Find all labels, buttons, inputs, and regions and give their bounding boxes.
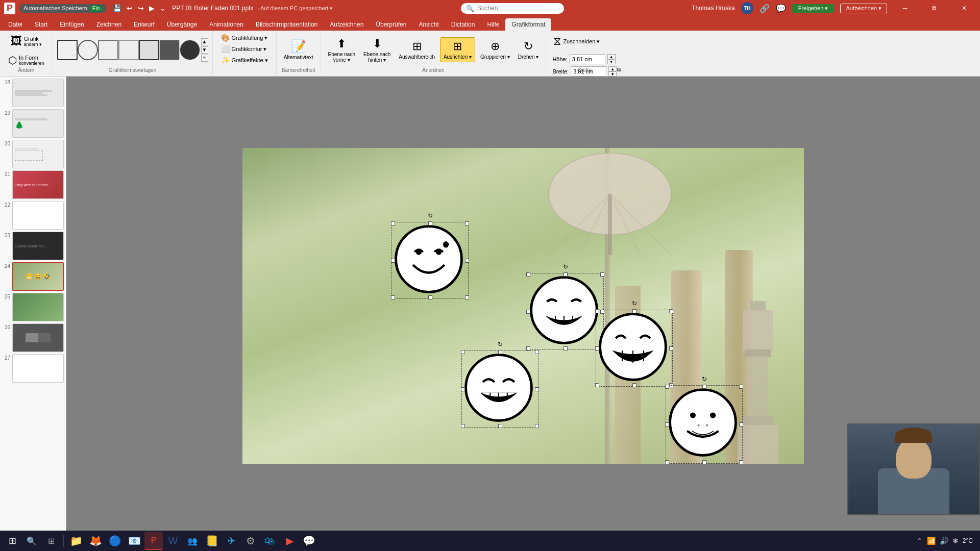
canvas-area[interactable]: ↻	[66, 77, 980, 536]
store-btn[interactable]: 🛍	[261, 532, 279, 550]
handle-tm-1[interactable]	[428, 221, 432, 226]
tab-start[interactable]: Start	[29, 18, 54, 31]
handle-br-1[interactable]	[465, 295, 469, 299]
shape-style-7[interactable]	[180, 40, 200, 60]
grafikfuellung-btn[interactable]: 🎨 Grafikfüllung ▾	[217, 33, 272, 43]
minimize-btn[interactable]: ─	[893, 0, 917, 16]
ebene-vorne-btn[interactable]: ⬆ Ebene nachvorne ▾	[325, 35, 358, 65]
slide-thumb-26[interactable]: 26	[2, 323, 64, 352]
settings-btn[interactable]: ⚙	[241, 532, 260, 550]
grafik-aendern-btn[interactable]: 🖼 Grafik ändern ▾	[7, 33, 46, 50]
handle-tl-2[interactable]	[526, 272, 530, 277]
tab-animationen[interactable]: Animationen	[203, 18, 250, 31]
format-up-btn[interactable]: ▲	[201, 38, 208, 45]
ausrichten-btn[interactable]: ⊞ Ausrichten ▾	[440, 37, 475, 62]
comments-icon[interactable]: 💬	[776, 4, 786, 13]
handle-mr-4[interactable]	[535, 387, 539, 391]
grafikkontur-btn[interactable]: ⬜ Grafikkontur ▾	[217, 44, 271, 54]
tab-datei[interactable]: Datei	[2, 18, 29, 31]
shape-style-6[interactable]	[159, 40, 180, 60]
handle-ml-4[interactable]	[461, 387, 465, 391]
slide-thumb-20[interactable]: 20	[2, 140, 64, 168]
handle-bm-1[interactable]	[428, 295, 432, 299]
handle-bl-3[interactable]	[595, 383, 599, 387]
handle-bl-1[interactable]	[391, 295, 395, 299]
emoji-container-4[interactable]: ↻	[463, 352, 537, 426]
share-btn[interactable]: Freigeben ▾	[792, 4, 835, 13]
shape-style-1[interactable]	[57, 40, 78, 60]
search-taskbar[interactable]: 🔍	[22, 532, 41, 550]
tab-aufzeichnen[interactable]: Aufzeichnen	[324, 18, 370, 31]
handle-bl-2[interactable]	[526, 346, 530, 350]
save-btn[interactable]: 💾	[111, 3, 124, 13]
shape-style-5[interactable]	[139, 40, 159, 60]
wifi-icon[interactable]: 📶	[927, 537, 936, 545]
hoehe-input[interactable]	[570, 54, 605, 64]
handle-tm-3[interactable]	[632, 309, 636, 313]
handle-bm-2[interactable]	[564, 346, 568, 350]
handle-mr-3[interactable]	[669, 346, 673, 350]
handle-br-5[interactable]	[739, 460, 743, 464]
tab-hilfe[interactable]: Hilfe	[481, 18, 505, 31]
outlook-btn[interactable]: 📧	[125, 532, 143, 550]
chrome-btn[interactable]: 🔵	[106, 532, 124, 550]
redo-btn[interactable]: ↪	[136, 3, 146, 13]
handle-tr-5[interactable]	[739, 385, 743, 389]
search-input[interactable]	[477, 5, 559, 12]
emoji-container-3[interactable]: ↻	[597, 311, 671, 385]
alternativtext-btn[interactable]: 📝 Alternativtext	[281, 37, 316, 62]
rotate-handle-3[interactable]: ↻	[632, 300, 637, 307]
hoehe-spinner[interactable]: ▲ ▼	[607, 54, 616, 64]
slide-thumb-22[interactable]: 22	[2, 201, 64, 230]
hoehe-down[interactable]: ▼	[607, 59, 616, 64]
handle-tr-3[interactable]	[669, 309, 673, 313]
slide-thumb-25[interactable]: 25	[2, 293, 64, 321]
handle-ml-1[interactable]	[391, 259, 395, 263]
handle-bm-5[interactable]	[702, 460, 706, 464]
handle-bl-5[interactable]	[665, 460, 669, 464]
handle-bl-4[interactable]	[461, 424, 465, 428]
groesse-expand-btn[interactable]: ⧉	[617, 67, 621, 73]
handle-tm-5[interactable]	[702, 385, 706, 389]
rotate-handle-5[interactable]: ↻	[702, 375, 707, 383]
slide-thumb-21[interactable]: 21 They went to Sahara...	[2, 170, 64, 199]
ebene-hinten-btn[interactable]: ⬇ Ebene nachhinten ▾	[360, 35, 394, 65]
volume-icon[interactable]: 🔊	[940, 537, 948, 545]
hoehe-up[interactable]: ▲	[607, 54, 616, 59]
handle-ml-3[interactable]	[595, 346, 599, 350]
slide-thumb-24[interactable]: 24 😁 😄 🤣	[2, 262, 64, 291]
telegram-btn[interactable]: ✈	[222, 532, 240, 550]
breite-spinner[interactable]: ▲ ▼	[608, 66, 617, 77]
tab-grafikformat[interactable]: Grafikformat	[505, 18, 551, 31]
tab-einfuegen[interactable]: Einfügen	[54, 18, 90, 31]
restore-btn[interactable]: ⧉	[923, 0, 946, 16]
emoji-container-1[interactable]: ↻	[393, 223, 467, 297]
grafikeffekte-btn[interactable]: ✨ Grafikeffekte ▾	[217, 55, 272, 65]
zuschneiden-btn[interactable]: ⧖ Zuschneiden ▾	[550, 33, 603, 50]
emoji-container-5[interactable]: ↻	[667, 387, 741, 462]
present-btn[interactable]: ▶	[147, 3, 157, 13]
shape-style-2[interactable]	[78, 40, 98, 60]
format-down-btn[interactable]: ▼	[201, 46, 208, 54]
handle-tl-1[interactable]	[391, 221, 395, 226]
media-player-btn[interactable]: ▶	[280, 532, 299, 550]
handle-tr-4[interactable]	[535, 350, 539, 354]
handle-tr-2[interactable]	[600, 272, 604, 277]
rotate-handle-4[interactable]: ↻	[498, 341, 503, 348]
handle-tm-4[interactable]	[498, 350, 502, 354]
autosave-state[interactable]: Ein	[89, 5, 103, 12]
task-view-btn[interactable]: ⊞	[42, 532, 60, 550]
handle-ml-5[interactable]	[665, 422, 669, 427]
search-box[interactable]: 🔍	[461, 3, 564, 14]
slide-thumb-27[interactable]: 27	[2, 354, 64, 383]
rotate-handle-2[interactable]: ↻	[563, 263, 568, 270]
handle-tm-2[interactable]	[564, 272, 568, 277]
record-btn[interactable]: Aufzeichnen ▾	[840, 4, 887, 13]
slide-thumb-23[interactable]: 23 Objekte ausrichten	[2, 232, 64, 260]
handle-tl-3[interactable]	[595, 309, 599, 313]
teams-btn[interactable]: 👥	[183, 532, 202, 550]
word-btn[interactable]: W	[164, 532, 182, 550]
handle-bm-3[interactable]	[632, 383, 636, 387]
handle-bm-4[interactable]	[498, 424, 502, 428]
handle-tr-1[interactable]	[465, 221, 469, 226]
